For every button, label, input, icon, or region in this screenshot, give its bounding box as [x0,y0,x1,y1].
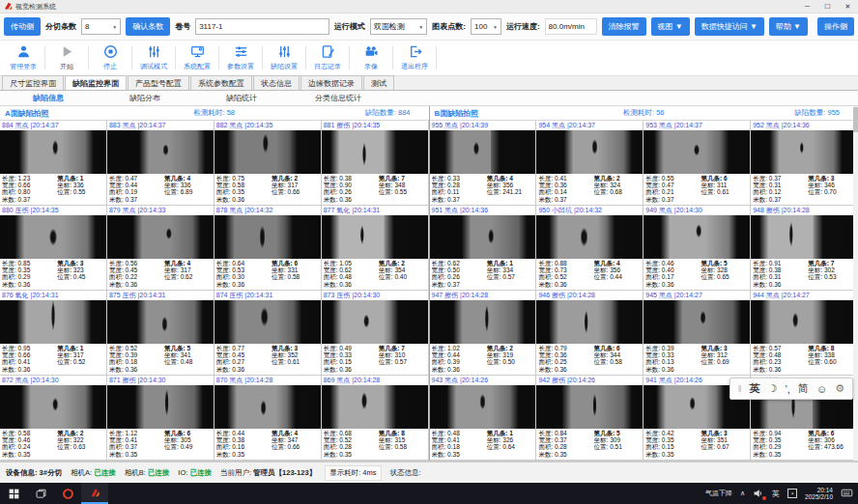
defect-card[interactable]: 879 黑点 |20:14:33长度: 0.56宽度: 0.45面积: 0.22… [107,206,214,291]
clear-alarm-button[interactable]: 清除报警 [602,17,646,36]
action-button-10[interactable]: 退出程序 [393,41,436,75]
defect-card[interactable]: 883 黑点 |20:14:37长度: 0.47宽度: 0.44面积: 0.19… [107,121,214,206]
defect-image[interactable] [0,215,106,259]
main-tab-5[interactable]: 状态信息 [253,75,300,90]
maximize-button[interactable]: ☐ [817,0,838,13]
defect-card[interactable]: 874 压伤 |20:14:31长度: 0.77宽度: 0.45面积: 0.27… [214,291,322,376]
defect-image[interactable] [0,300,106,344]
defect-card[interactable]: 951 黑点 |20:14:36长度: 0.62宽度: 0.50面积: 0.26… [430,206,537,291]
defect-image[interactable] [751,215,857,259]
defect-card[interactable]: 869 黑点 |20:14:28长度: 0.68宽度: 0.52面积: 0.28… [322,376,429,461]
defect-image[interactable] [214,300,321,344]
run-mode-select[interactable]: 双面检测▼ [370,18,428,35]
defect-image[interactable] [536,215,643,259]
help-menu-button[interactable]: 帮助 ▼ [769,17,808,36]
defect-card[interactable]: 872 黑点 |20:14:30长度: 0.58宽度: 0.46面积: 0.24… [0,376,107,461]
action-button-2[interactable]: 开始 [45,41,88,75]
scrollbar-thumb[interactable] [853,107,858,132]
defect-image[interactable] [107,215,214,259]
defect-card[interactable]: 878 黑点 |20:14:32长度: 0.64宽度: 0.53面积: 0.30… [214,206,322,291]
ime-simplified-toggle[interactable]: 简 [798,381,809,396]
defect-card[interactable]: 949 黑点 |20:14:30长度: 0.46宽度: 0.40面积: 0.17… [644,206,751,291]
transmission-side-button[interactable]: 传动侧 [4,17,41,36]
defect-card[interactable]: 882 黑点 |20:14:35长度: 0.75宽度: 0.58面积: 0.35… [214,121,322,206]
defect-image[interactable] [644,215,750,259]
action-button-4[interactable]: 调试模式 [132,41,175,75]
defect-image[interactable] [107,300,214,344]
defect-image[interactable] [214,385,321,429]
defect-image[interactable] [322,385,428,429]
main-tab-4[interactable]: 系统参数配置 [190,75,252,90]
defect-image[interactable] [0,130,106,174]
confirm-count-button[interactable]: 确认条数 [126,17,170,36]
defect-card[interactable]: 875 压伤 |20:14:31长度: 0.52宽度: 0.39面积: 0.18… [107,291,214,376]
roll-number-input[interactable]: 3117-1 [195,18,329,35]
defect-image[interactable] [644,300,750,344]
defect-card[interactable]: 942 擦伤 |20:14:26长度: 0.84宽度: 0.37面积: 0.28… [536,376,644,461]
action-button-7[interactable]: 缺陷设置 [263,41,305,75]
action-button-9[interactable]: 录像 [350,41,392,75]
sub-tab-1[interactable]: 缺陷信息 [0,93,97,103]
ime-mode-icon[interactable]: ▪ [787,489,797,498]
defect-card[interactable]: 944 黑点 |20:14:27长度: 0.57宽度: 0.48面积: 0.23… [751,291,858,376]
defect-image[interactable] [751,130,857,174]
defect-card[interactable]: 877 氧化 |20:14:31长度: 1.05宽度: 0.62面积: 0.48… [322,206,429,291]
main-tab-1[interactable]: 尺寸监控界面 [2,75,64,90]
weather-text[interactable]: 气温下降 [705,489,732,498]
defect-image[interactable] [107,130,214,174]
defect-card[interactable]: 955 黑点 |20:14:39长度: 0.33宽度: 0.28面积: 0.11… [430,121,537,206]
defect-image[interactable] [430,385,536,429]
start-button[interactable] [0,483,27,504]
ime-english-toggle[interactable]: 英 [750,381,760,396]
defect-card[interactable]: 953 黑点 |20:14:37长度: 0.55宽度: 0.47面积: 0.21… [644,121,751,206]
action-button-5[interactable]: 系统配置 [176,41,218,75]
defect-card[interactable]: 876 氧化 |20:14:31长度: 0.95宽度: 0.66面积: 0.41… [0,291,107,376]
defect-image[interactable] [322,130,428,174]
defect-card[interactable]: 950 小凹坑 |20:14:32长度: 0.88宽度: 0.73面积: 0.5… [536,206,644,291]
ime-punctuation-toggle[interactable]: ’, [785,383,790,395]
defect-card[interactable]: 952 黑点 |20:14:36长度: 0.37宽度: 0.31面积: 0.12… [751,121,858,206]
defect-card[interactable]: 947 擦伤 |20:14:28长度: 1.02宽度: 0.44面积: 0.39… [430,291,537,376]
defect-card[interactable]: 870 黑点 |20:14:28长度: 0.44宽度: 0.38面积: 0.16… [214,376,322,461]
view-menu-button[interactable]: 视图 ▼ [651,17,690,36]
chart-points-select[interactable]: 100▼ [471,18,501,35]
defect-image[interactable] [214,130,321,174]
main-tab-3[interactable]: 产品型号配置 [128,75,189,90]
task-view-button[interactable] [27,483,54,504]
minimize-button[interactable]: ─ [797,0,817,13]
defect-image[interactable] [322,300,428,344]
ime-drag-handle[interactable]: ‖ [738,384,742,394]
taskbar-app-red-circle-icon[interactable] [54,483,81,504]
main-tab-2[interactable]: 缺陷监控界面 [65,75,127,90]
defect-card[interactable]: 884 黑点 |20:14:37长度: 1.23宽度: 0.66面积: 0.80… [0,121,107,206]
action-button-6[interactable]: 参数设置 [219,41,262,75]
sub-tab-2[interactable]: 缺陷分布 [97,93,193,103]
defect-image[interactable] [107,385,214,429]
defect-card[interactable]: 945 黑点 |20:14:27长度: 0.39宽度: 0.33面积: 0.13… [644,291,751,376]
vertical-scrollbar[interactable] [853,106,858,461]
defect-image[interactable] [430,300,536,344]
ime-halfwidth-moon-icon[interactable]: ☽ [768,382,778,395]
touch-keyboard-icon[interactable] [841,487,853,500]
defect-image[interactable] [214,215,321,259]
defect-card[interactable]: 946 擦伤 |20:14:28长度: 0.79宽度: 0.36面积: 0.25… [536,291,644,376]
action-button-8[interactable]: 日志记录 [306,41,349,75]
defect-image[interactable] [0,385,106,429]
defect-card[interactable]: 880 压伤 |20:14:35长度: 0.85宽度: 0.35面积: 0.29… [0,206,107,291]
quick-access-menu-button[interactable]: 数据快捷访问 ▼ [695,17,764,36]
defect-card[interactable]: 873 压伤 |20:14:30长度: 0.49宽度: 0.33面积: 0.15… [322,291,429,376]
taskbar-app-vision-system-icon[interactable] [81,483,108,504]
defect-card[interactable]: 948 擦伤 |20:14:28长度: 0.91宽度: 0.38面积: 0.31… [751,206,858,291]
ime-settings-gear-icon[interactable]: ⚙ [835,382,844,395]
sub-tab-3[interactable]: 缺陷统计 [193,93,290,103]
defect-card[interactable]: 881 擦伤 |20:14:35长度: 0.38宽度: 0.90面积: 0.26… [322,121,429,206]
volume-icon[interactable] [753,488,764,499]
defect-card[interactable]: 871 擦伤 |20:14:30长度: 1.12宽度: 0.41面积: 0.37… [107,376,214,461]
action-button-3[interactable]: 停止 [89,41,131,75]
defect-image[interactable] [536,300,643,344]
action-button-1[interactable]: 管理登录 [2,41,44,75]
defect-image[interactable] [536,385,643,429]
defect-image[interactable] [536,130,643,174]
ime-emoji-icon[interactable]: ☺ [816,383,827,395]
clock[interactable]: 20:14 2025/2/10 [805,487,833,501]
